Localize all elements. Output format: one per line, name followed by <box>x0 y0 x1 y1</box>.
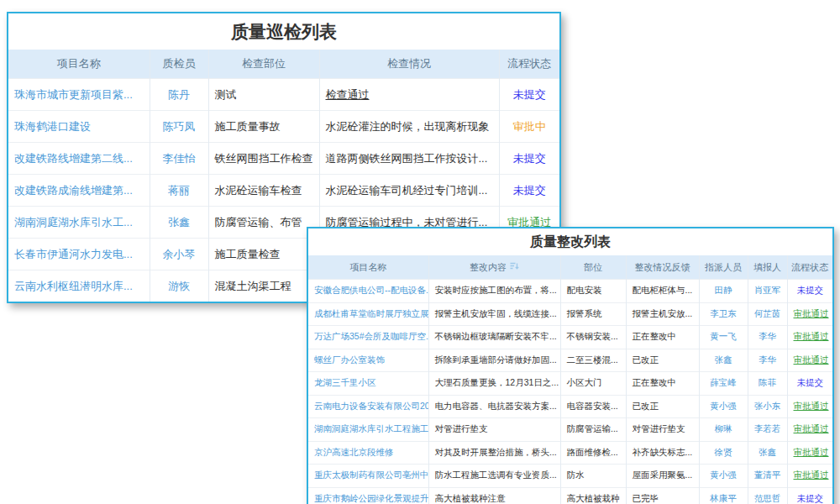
table-row: 京沪高速北京段维修对其及时开展整治措施，桥头...路面维修检...补齐缺失标志.… <box>308 441 832 465</box>
column-header-label: 项目名称 <box>57 57 101 70</box>
reporter-cell[interactable]: 张鑫 <box>748 441 787 465</box>
inspector-cell[interactable]: 游恢 <box>150 270 208 302</box>
inspection-header-row: 项目名称质检员检查部位检查情况流程状态 <box>8 50 559 79</box>
rectification-content-cell: 高大植被栽种注意 <box>428 487 560 504</box>
rectification-content-cell: 大理石质量更换，12月31日之... <box>428 372 560 396</box>
inspector-cell[interactable]: 李佳怡 <box>150 143 208 175</box>
reporter-cell[interactable]: 李若若 <box>748 418 787 442</box>
project-name-cell[interactable]: 重庆太极制药有限公司亳州中... <box>308 465 428 488</box>
rectification-header-row: 项目名称整改内容部位整改情况反馈指派人员填报人流程状态 <box>308 255 832 280</box>
process-status-cell[interactable]: 审批通过 <box>787 418 832 442</box>
column-header-rectification-4: 指派人员 <box>699 255 748 280</box>
assignee-cell[interactable]: 黄小强 <box>699 395 748 418</box>
process-status-cell[interactable]: 未提交 <box>499 175 559 207</box>
project-name-cell[interactable]: 重庆市鹅岭公园绿化景观提升... <box>308 487 428 504</box>
assignee-cell[interactable]: 黄小强 <box>699 465 748 488</box>
column-header-label: 整改情况反馈 <box>635 262 690 272</box>
rectification-feedback-cell: 补齐缺失标志... <box>626 441 699 465</box>
column-header-inspection-2: 检查部位 <box>208 50 319 79</box>
table-row: 龙湖三千里小区大理石质量更换，12月31日之...小区大门正在整改中薛宝峰陈菲未… <box>308 372 832 396</box>
process-status-cell[interactable]: 未提交 <box>787 372 832 396</box>
reporter-cell[interactable]: 陈菲 <box>748 372 787 396</box>
process-status-cell[interactable]: 审批通过 <box>787 349 832 372</box>
column-header-inspection-3: 检查情况 <box>319 50 499 79</box>
rectification-feedback-cell: 报警主机安放... <box>626 302 699 326</box>
project-name-cell[interactable]: 京沪高速北京段维修 <box>308 441 428 465</box>
project-name-cell[interactable]: 长春市伊通河水力发电... <box>8 239 150 270</box>
assignee-cell[interactable]: 徐贤 <box>699 441 748 465</box>
process-status-cell[interactable]: 审批通过 <box>787 465 832 488</box>
table-row: 螺丝厂办公室装饰拆除到承重墙部分请做好加固...二至三楼混...已改正张鑫李华审… <box>308 349 832 372</box>
inspection-situation-cell: 检查通过 <box>319 79 499 111</box>
inspection-table-title: 质量巡检列表 <box>8 13 559 50</box>
inspector-cell[interactable]: 陈巧凤 <box>150 111 208 143</box>
rectification-feedback-cell: 正在整改中 <box>626 326 699 349</box>
inspector-cell[interactable]: 陈丹 <box>150 79 208 111</box>
assignee-cell[interactable]: 张鑫 <box>699 349 748 372</box>
column-header-label: 检查部位 <box>242 57 286 70</box>
process-status-cell[interactable]: 未提交 <box>499 79 559 111</box>
project-name-cell[interactable]: 万达广场35#会所及咖啡厅空... <box>308 326 428 349</box>
assignee-cell[interactable]: 柳琳 <box>699 418 748 442</box>
table-row: 珠海市城市更新项目紫...陈丹测试检查通过未提交 <box>8 79 559 111</box>
rectification-content-cell: 防水工程施工选调有专业资质... <box>428 465 560 488</box>
process-status-cell[interactable]: 未提交 <box>787 487 832 504</box>
part-cell: 防水 <box>560 465 626 488</box>
assignee-cell[interactable]: 林康平 <box>699 487 748 504</box>
inspection-situation-cell: 水泥砼运输车司机经过专门培训... <box>319 175 499 207</box>
reporter-cell[interactable]: 李华 <box>748 349 787 372</box>
assignee-cell[interactable]: 田静 <box>699 280 748 303</box>
column-header-label: 填报人 <box>753 262 781 272</box>
project-name-cell[interactable]: 改建铁路成渝线增建第... <box>8 175 150 207</box>
project-name-cell[interactable]: 珠海鹤港口建设 <box>8 111 150 143</box>
table-row: 安徽合肥供电公司--配电设备...安装时应按施工图的布置，将...配电安装配电柜… <box>308 280 832 303</box>
reporter-cell[interactable]: 范思哲 <box>748 487 787 504</box>
column-header-inspection-1: 质检员 <box>150 50 208 79</box>
assignee-cell[interactable]: 黄一飞 <box>699 326 748 349</box>
inspector-cell[interactable]: 余小琴 <box>150 239 208 270</box>
assignee-cell[interactable]: 李卫东 <box>699 302 748 326</box>
project-name-cell[interactable]: 改建铁路线增建第二线... <box>8 143 150 175</box>
process-status-cell[interactable]: 未提交 <box>787 280 832 303</box>
project-name-cell[interactable]: 龙湖三千里小区 <box>308 372 428 396</box>
process-status-cell[interactable]: 审批通过 <box>787 395 832 418</box>
table-row: 重庆太极制药有限公司亳州中...防水工程施工选调有专业资质...防水屋面采用聚氨… <box>308 465 832 488</box>
project-name-cell[interactable]: 安徽合肥供电公司--配电设备... <box>308 280 428 303</box>
table-row: 改建铁路成渝线增建第...蒋丽水泥砼运输车检查水泥砼运输车司机经过专门培训...… <box>8 175 559 207</box>
project-name-cell[interactable]: 螺丝厂办公室装饰 <box>308 349 428 372</box>
inspection-part-cell: 施工质量检查 <box>208 239 319 270</box>
project-name-cell[interactable]: 成都杜甫草堂临时展厅独立展... <box>308 302 428 326</box>
reporter-cell[interactable]: 张小东 <box>748 395 787 418</box>
reporter-cell[interactable]: 肖亚军 <box>748 280 787 303</box>
project-name-cell[interactable]: 云南水利枢纽潜明水库... <box>8 270 150 302</box>
inspection-part-cell: 防腐管运输、布管 <box>208 207 319 239</box>
project-name-cell[interactable]: 珠海市城市更新项目紫... <box>8 79 150 111</box>
assignee-cell[interactable]: 薛宝峰 <box>699 372 748 396</box>
column-header-label: 流程状态 <box>791 262 828 272</box>
process-status-cell[interactable]: 审批中 <box>499 111 559 143</box>
project-name-cell[interactable]: 湖南洞庭湖水库引水工程施工I标 <box>308 418 428 442</box>
column-header-inspection-0: 项目名称 <box>8 50 150 79</box>
process-status-cell[interactable]: 审批通过 <box>787 441 832 465</box>
inspection-situation-cell: 道路两侧铁丝网围挡工作按设计... <box>319 143 499 175</box>
reporter-cell[interactable]: 李华 <box>748 326 787 349</box>
column-header-inspection-4: 流程状态 <box>499 50 559 79</box>
reporter-cell[interactable]: 何芷茵 <box>748 302 787 326</box>
sort-icon[interactable] <box>509 261 519 271</box>
project-name-cell[interactable]: 湖南洞庭湖水库引水工... <box>8 207 150 239</box>
process-status-cell[interactable]: 审批通过 <box>787 326 832 349</box>
inspector-cell[interactable]: 蒋丽 <box>150 175 208 207</box>
column-header-label: 流程状态 <box>507 57 551 70</box>
part-cell: 小区大门 <box>560 372 626 396</box>
table-row: 成都杜甫草堂临时展厅独立展...报警主机安放牢固，线缆连接...报警系统报警主机… <box>308 302 832 326</box>
column-header-rectification-1[interactable]: 整改内容 <box>428 255 560 280</box>
process-status-cell[interactable]: 未提交 <box>499 143 559 175</box>
inspector-cell[interactable]: 张鑫 <box>150 207 208 239</box>
part-cell: 不锈钢安装... <box>560 326 626 349</box>
quality-rectification-table-card: 质量整改列表 项目名称整改内容部位整改情况反馈指派人员填报人流程状态 安徽合肥供… <box>307 227 834 504</box>
rectification-content-cell: 电力电容器、电抗器安装方案... <box>428 395 560 418</box>
project-name-cell[interactable]: 云南电力设备安装有限公司20... <box>308 395 428 418</box>
rectification-content-cell: 对其及时开展整治措施，桥头... <box>428 441 560 465</box>
process-status-cell[interactable]: 审批通过 <box>787 302 832 326</box>
reporter-cell[interactable]: 董清平 <box>748 465 787 488</box>
